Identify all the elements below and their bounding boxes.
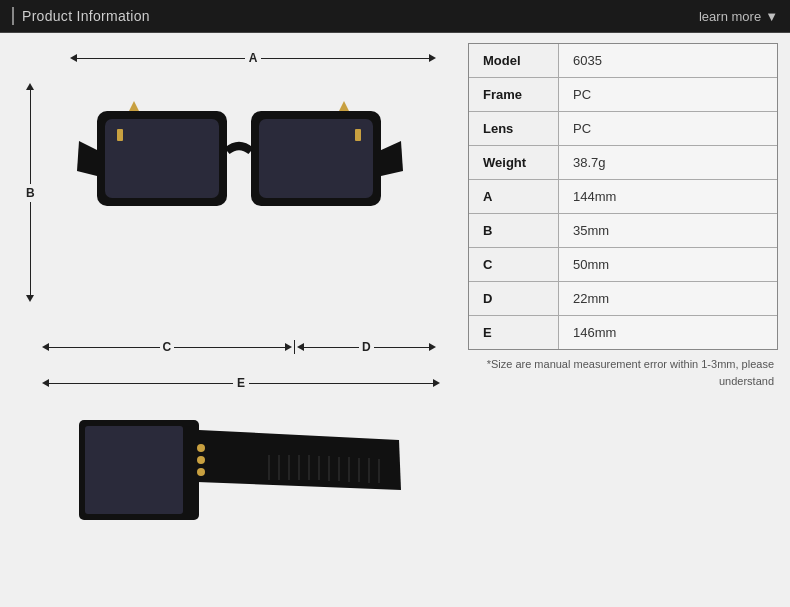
spec-row: FramePC	[469, 78, 777, 112]
spec-label: Frame	[469, 78, 559, 111]
spec-value: 144mm	[559, 180, 777, 213]
learn-more-label: learn more	[699, 9, 761, 24]
spec-value: PC	[559, 112, 777, 145]
dimension-e-arrow: E	[42, 376, 440, 390]
main-content: A B	[0, 33, 790, 607]
spec-note: *Size are manual measurement error withi…	[468, 356, 778, 389]
spec-label: Lens	[469, 112, 559, 145]
e-label: E	[233, 376, 249, 390]
dropdown-icon: ▼	[765, 9, 778, 24]
spec-row: D22mm	[469, 282, 777, 316]
right-panel: Model6035FramePCLensPCWeight38.7gA144mmB…	[468, 43, 778, 597]
spec-value: 146mm	[559, 316, 777, 349]
learn-more-button[interactable]: learn more ▼	[699, 9, 778, 24]
svg-marker-6	[129, 101, 139, 111]
spec-row: A144mm	[469, 180, 777, 214]
dimension-b-arrow: B	[26, 83, 35, 302]
spec-label: B	[469, 214, 559, 247]
spec-row: Model6035	[469, 44, 777, 78]
svg-rect-4	[117, 129, 123, 141]
svg-point-23	[197, 456, 205, 464]
spec-value: 6035	[559, 44, 777, 77]
header-left: Product Information	[12, 7, 150, 25]
spec-value: 22mm	[559, 282, 777, 315]
spec-row: C50mm	[469, 248, 777, 282]
d-label: D	[359, 340, 374, 354]
spec-label: E	[469, 316, 559, 349]
a-label: A	[245, 51, 262, 65]
header: Product Information learn more ▼	[0, 0, 790, 33]
spec-label: D	[469, 282, 559, 315]
glasses-front-image	[42, 81, 436, 246]
spec-label: C	[469, 248, 559, 281]
spec-label: A	[469, 180, 559, 213]
svg-point-22	[197, 444, 205, 452]
spec-row: Weight38.7g	[469, 146, 777, 180]
dimension-a-arrow: A	[70, 51, 436, 65]
svg-rect-21	[85, 426, 183, 514]
spec-label: Model	[469, 44, 559, 77]
front-view-diagram: A B	[12, 43, 456, 362]
spec-value: 38.7g	[559, 146, 777, 179]
svg-rect-5	[355, 129, 361, 141]
spec-value: 35mm	[559, 214, 777, 247]
spec-row: E146mm	[469, 316, 777, 349]
spec-value: PC	[559, 78, 777, 111]
svg-marker-7	[339, 101, 349, 111]
header-divider	[12, 7, 14, 25]
glasses-side-image	[42, 400, 436, 545]
c-label: C	[160, 340, 175, 354]
svg-point-24	[197, 468, 205, 476]
left-panel: A B	[12, 43, 456, 597]
spec-label: Weight	[469, 146, 559, 179]
side-view-diagram: E	[12, 370, 456, 597]
b-label: B	[26, 184, 35, 202]
page-wrapper: Product Information learn more ▼ A	[0, 0, 790, 607]
spec-row: B35mm	[469, 214, 777, 248]
page-title: Product Information	[22, 8, 150, 24]
spec-value: 50mm	[559, 248, 777, 281]
spec-row: LensPC	[469, 112, 777, 146]
dimension-cd-arrows: C D	[42, 340, 436, 354]
spec-table: Model6035FramePCLensPCWeight38.7gA144mmB…	[468, 43, 778, 350]
